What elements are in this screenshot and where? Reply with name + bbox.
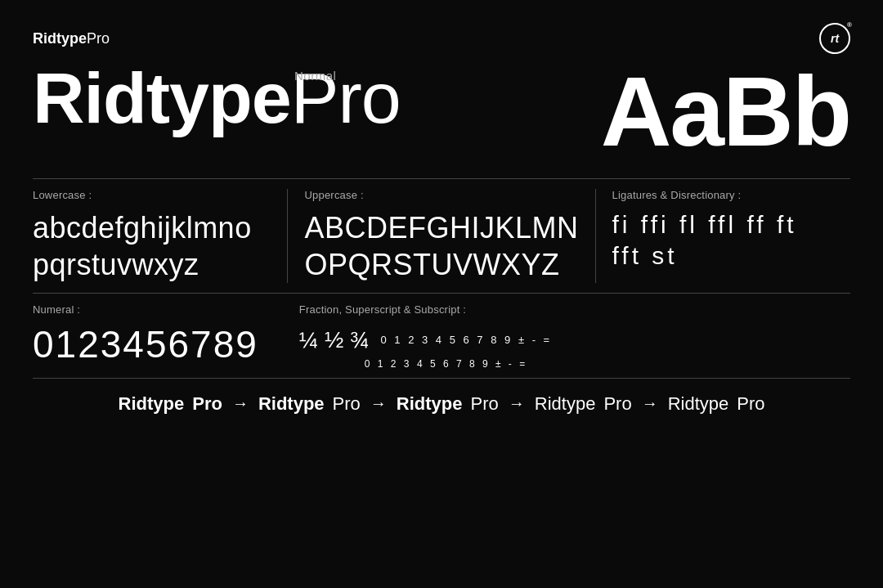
page: RidtypePro rt ® Normal RidtypePro AaBb L… <box>0 0 883 588</box>
uppercase-line1: ABCDEFGHIJKLMN <box>304 209 578 246</box>
ligatures-line2: fft st <box>612 240 850 272</box>
bottom-item-1: RidtypePro <box>119 393 222 415</box>
header: RidtypePro rt ® <box>33 23 850 54</box>
logo-light: Pro <box>87 30 110 47</box>
fraction-col: Fraction, Superscript & Subscript : ¼ ½ … <box>283 303 850 371</box>
glyph-section: Lowercase : abcdefghijklmno pqrstuvwxyz … <box>33 179 850 290</box>
hero-section: Normal RidtypePro AaBb <box>33 62 850 164</box>
arrow-4: → <box>642 394 658 413</box>
uppercase-label: Uppercase : <box>304 189 578 201</box>
header-logo: RidtypePro <box>33 30 110 47</box>
bottom-logo-4: RidtypePro <box>535 393 632 415</box>
numeral-display: 0123456789 <box>33 324 258 366</box>
ligatures-line1: fi ffi fl ffl ff ft <box>612 209 850 240</box>
lowercase-display: abcdefghijklmno pqrstuvwxyz <box>33 209 271 283</box>
bottom-light-3: Pro <box>471 393 499 415</box>
hero-title-bold: Ridtype <box>33 62 291 134</box>
bottom-light-4: Pro <box>603 393 631 415</box>
fraction-row: ¼ ½ ¾ 0 1 2 3 4 5 6 7 8 9 ± - = <box>299 324 826 356</box>
bottom-light-1: Pro <box>192 393 222 415</box>
bottom-bold-3: Ridtype <box>397 393 463 415</box>
bottom-item-3: RidtypePro <box>397 393 499 415</box>
fraction-display: ¼ ½ ¾ 0 1 2 3 4 5 6 7 8 9 ± - = 0 1 2 3 … <box>299 324 826 371</box>
bottom-items: RidtypePro → RidtypePro → RidtypePro → R… <box>119 393 765 415</box>
bottom-bold-2: Ridtype <box>258 393 325 415</box>
bottom-light-2: Pro <box>333 393 361 415</box>
normal-label: Normal <box>294 69 336 83</box>
bottom-item-4: RidtypePro <box>535 393 632 415</box>
lowercase-col: Lowercase : abcdefghijklmno pqrstuvwxyz <box>33 189 288 283</box>
hero-title: RidtypePro <box>33 62 401 134</box>
hero-left: Normal RidtypePro <box>33 62 401 134</box>
numeral-col: Numeral : 0123456789 <box>33 303 283 371</box>
lowercase-line2: pqrstuvwxyz <box>33 246 271 283</box>
arrow-3: → <box>509 394 525 413</box>
numeral-section: Numeral : 0123456789 Fraction, Superscri… <box>33 293 850 371</box>
bottom-bold-5: Ridtype <box>668 393 729 415</box>
bottom-item-2: RidtypePro <box>258 393 361 415</box>
fractions: ¼ ½ ¾ <box>299 324 370 356</box>
ligatures-label: Ligatures & Disrectionary : <box>612 189 850 201</box>
uppercase-line2: OPQRSTUVWXYZ <box>304 246 578 283</box>
numeral-label: Numeral : <box>33 303 258 316</box>
ligatures-display: fi ffi fl ffl ff ft fft st <box>612 209 850 271</box>
lowercase-label: Lowercase : <box>33 189 271 201</box>
hero-sample: AaBb <box>601 62 850 160</box>
ligatures-col: Ligatures & Disrectionary : fi ffi fl ff… <box>596 189 850 283</box>
rt-badge: rt ® <box>819 23 850 54</box>
bottom-light-5: Pro <box>737 393 764 415</box>
superscript-nums: 0 1 2 3 4 5 6 7 8 9 ± - = <box>380 333 552 348</box>
registered-mark: ® <box>847 21 852 29</box>
bottom-logo-5: RidtypePro <box>668 393 765 415</box>
fraction-label: Fraction, Superscript & Subscript : <box>299 303 826 316</box>
uppercase-col: Uppercase : ABCDEFGHIJKLMN OPQRSTUVWXYZ <box>288 189 595 283</box>
bottom-logo-2: RidtypePro <box>258 393 361 415</box>
bottom-bold-1: Ridtype <box>119 393 185 415</box>
bottom-logo-1: RidtypePro <box>119 393 222 415</box>
lowercase-line1: abcdefghijklmno <box>33 209 271 246</box>
arrow-1: → <box>232 394 249 413</box>
rt-icon-text: rt <box>831 32 839 45</box>
logo-bold: Ridtype <box>33 30 87 47</box>
subscript-nums: 0 1 2 3 4 5 6 7 8 9 ± - = <box>299 357 826 371</box>
uppercase-display: ABCDEFGHIJKLMN OPQRSTUVWXYZ <box>304 209 578 283</box>
bottom-bar: RidtypePro → RidtypePro → RidtypePro → R… <box>33 378 850 415</box>
bottom-logo-3: RidtypePro <box>397 393 499 415</box>
bottom-item-5: RidtypePro <box>668 393 765 415</box>
bottom-bold-4: Ridtype <box>535 393 596 415</box>
arrow-2: → <box>370 394 387 413</box>
